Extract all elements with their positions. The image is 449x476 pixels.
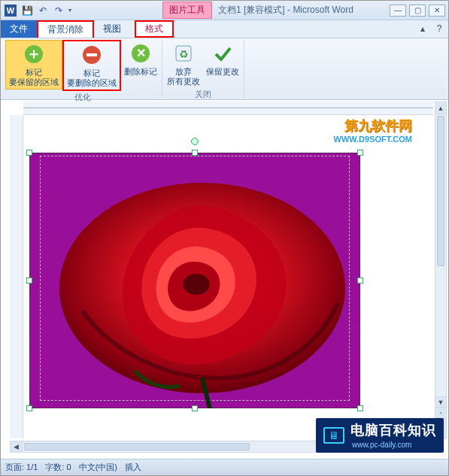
status-language[interactable]: 中文(中国) bbox=[79, 462, 117, 473]
watermark-d9soft: 第九软件网 WWW.D9SOFT.COM bbox=[334, 117, 413, 144]
ribbon-minimize-icon[interactable]: ▴ bbox=[417, 23, 429, 35]
status-bar: 页面: 1/1 字数: 0 中文(中国) 插入 bbox=[1, 459, 448, 475]
doc-name: 文档1 bbox=[218, 5, 241, 15]
watermark-pcdaily-url: www.pc-daily.com bbox=[352, 441, 411, 449]
svg-text:✕: ✕ bbox=[136, 47, 146, 59]
app-window: W 💾 ↶ ↷ ▾ 图片工具 文档1 [兼容模式] - Microsoft Wo… bbox=[0, 0, 449, 476]
resize-handle-tm[interactable] bbox=[192, 150, 198, 156]
watermark-d9soft-text: 第九软件网 bbox=[334, 117, 413, 135]
ribbon-group-close: ♻ 放弃所有更改 保留更改 关闭 bbox=[162, 40, 244, 98]
discard-l1: 放弃 bbox=[175, 67, 192, 76]
selected-picture[interactable] bbox=[29, 153, 360, 408]
resize-handle-ml[interactable] bbox=[26, 277, 32, 283]
title-bar: W 💾 ↶ ↷ ▾ 图片工具 文档1 [兼容模式] - Microsoft Wo… bbox=[1, 1, 448, 20]
quick-access-toolbar: 💾 ↶ ↷ ▾ bbox=[20, 4, 72, 17]
minus-red-icon bbox=[80, 43, 104, 67]
delete-mark-icon: ✕ bbox=[129, 41, 153, 65]
resize-handle-tr[interactable] bbox=[357, 150, 363, 156]
document-area: 第九软件网 WWW.D9SOFT.COM bbox=[1, 115, 448, 438]
rotate-handle[interactable] bbox=[191, 138, 199, 145]
mark-areas-to-keep-button[interactable]: ＋ 标记要保留的区域 bbox=[5, 40, 62, 89]
word-app-icon: W bbox=[4, 4, 17, 17]
mark-keep-l1: 标记 bbox=[26, 68, 42, 77]
tab-view[interactable]: 视图 bbox=[94, 20, 130, 38]
mark-remove-l2: 要删除的区域 bbox=[67, 78, 117, 87]
keep-changes-label: 保留更改 bbox=[206, 67, 239, 77]
window-title: 文档1 [兼容模式] - Microsoft Word bbox=[212, 4, 390, 17]
qat-dropdown-icon[interactable]: ▾ bbox=[68, 4, 72, 17]
plus-green-icon: ＋ bbox=[22, 42, 46, 66]
watermark-pcdaily-text: 电脑百科知识 bbox=[350, 423, 436, 438]
vertical-scrollbar[interactable]: ▲ ▼ ◦ ◉ ◦ bbox=[435, 102, 447, 439]
save-button[interactable]: 💾 bbox=[20, 4, 34, 17]
discard-changes-button[interactable]: ♻ 放弃所有更改 bbox=[164, 40, 203, 88]
horizontal-scroll-thumb[interactable] bbox=[24, 443, 250, 450]
tab-background-removal[interactable]: 背景消除 bbox=[37, 20, 94, 38]
vertical-ruler[interactable] bbox=[10, 115, 23, 438]
mark-keep-l2: 要保留的区域 bbox=[9, 77, 59, 86]
svg-text:♻: ♻ bbox=[179, 48, 189, 60]
check-icon bbox=[211, 41, 235, 65]
ribbon: ＋ 标记要保留的区域 标记要删除的区域 ✕ 删除标记 优化 bbox=[1, 38, 448, 100]
delete-mark-button[interactable]: ✕ 删除标记 bbox=[121, 40, 160, 78]
mark-remove-l1: 标记 bbox=[83, 68, 100, 77]
status-insert-mode[interactable]: 插入 bbox=[125, 462, 141, 473]
resize-handle-bl[interactable] bbox=[26, 405, 32, 411]
delete-mark-label: 删除标记 bbox=[124, 67, 157, 77]
scroll-left-button[interactable]: ◀ bbox=[11, 441, 23, 452]
resize-handle-mr[interactable] bbox=[357, 277, 363, 283]
redo-button[interactable]: ↷ bbox=[52, 4, 65, 17]
monitor-icon: 🖥 bbox=[323, 427, 344, 444]
vertical-scroll-thumb[interactable] bbox=[437, 116, 444, 266]
svg-rect-5 bbox=[86, 53, 97, 56]
window-buttons: — ▢ ✕ bbox=[390, 5, 445, 17]
svg-text:＋: ＋ bbox=[26, 45, 41, 62]
ribbon-group-close-label: 关闭 bbox=[195, 88, 211, 101]
help-icon[interactable]: ? bbox=[433, 23, 445, 35]
svg-point-11 bbox=[183, 274, 210, 295]
undo-button[interactable]: ↶ bbox=[36, 4, 50, 17]
picture-tools-context-tab: 图片工具 bbox=[162, 2, 212, 19]
compat-mode: [兼容模式] bbox=[244, 5, 285, 15]
minimize-button[interactable]: — bbox=[390, 5, 406, 17]
scroll-up-button[interactable]: ▲ bbox=[435, 102, 446, 114]
keep-changes-button[interactable]: 保留更改 bbox=[203, 40, 242, 78]
close-button[interactable]: ✕ bbox=[429, 5, 445, 17]
document-canvas[interactable]: 第九软件网 WWW.D9SOFT.COM bbox=[23, 115, 433, 438]
ribbon-right-controls: ▴ ? bbox=[417, 23, 445, 35]
watermark-d9soft-url: WWW.D9SOFT.COM bbox=[334, 135, 413, 144]
resize-handle-bm[interactable] bbox=[192, 405, 198, 411]
rose-image bbox=[29, 153, 360, 408]
scroll-down-button[interactable]: ▼ bbox=[435, 396, 446, 407]
resize-handle-br[interactable] bbox=[357, 405, 363, 411]
status-page[interactable]: 页面: 1/1 bbox=[5, 462, 38, 473]
ribbon-group-refine: ＋ 标记要保留的区域 标记要删除的区域 ✕ 删除标记 优化 bbox=[4, 40, 162, 98]
mark-areas-to-remove-button[interactable]: 标记要删除的区域 bbox=[62, 40, 121, 91]
tab-format[interactable]: 格式 bbox=[135, 20, 174, 38]
status-word-count[interactable]: 字数: 0 bbox=[45, 462, 71, 473]
ribbon-tabs: 文件 背景消除 视图 格式 ▴ ? bbox=[1, 20, 448, 38]
prev-page-button[interactable]: ◦ bbox=[435, 407, 446, 417]
recycle-icon: ♻ bbox=[171, 41, 196, 65]
svg-text:W: W bbox=[7, 6, 15, 15]
maximize-button[interactable]: ▢ bbox=[409, 5, 426, 17]
tab-file[interactable]: 文件 bbox=[1, 20, 37, 38]
app-name: Microsoft Word bbox=[293, 5, 353, 15]
watermark-pcdaily: 🖥 电脑百科知识 www.pc-daily.com bbox=[316, 418, 444, 453]
discard-l2: 所有更改 bbox=[167, 77, 200, 86]
horizontal-ruler[interactable] bbox=[23, 102, 433, 115]
resize-handle-tl[interactable] bbox=[26, 150, 32, 156]
